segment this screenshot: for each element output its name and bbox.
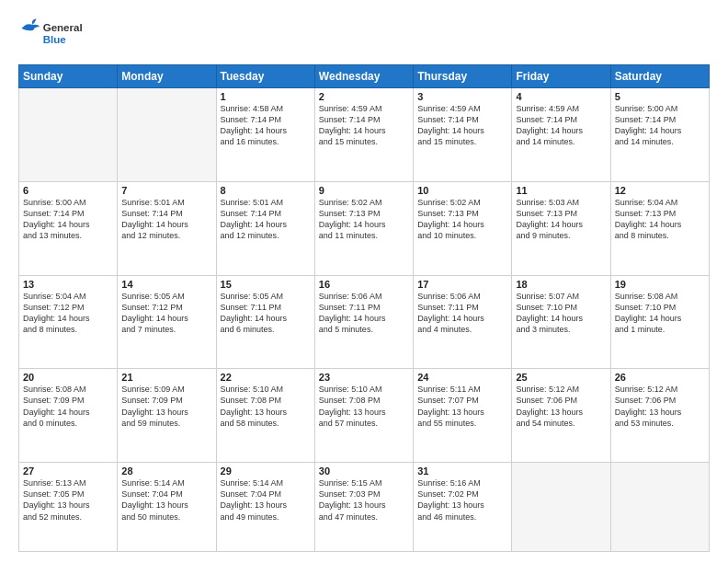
day-info: Sunrise: 5:12 AM Sunset: 7:06 PM Dayligh… (516, 384, 606, 429)
day-info: Sunrise: 5:01 AM Sunset: 7:14 PM Dayligh… (221, 197, 311, 242)
calendar-cell: 16Sunrise: 5:06 AM Sunset: 7:11 PM Dayli… (314, 275, 413, 369)
day-number: 13 (23, 279, 113, 290)
day-number: 3 (417, 91, 507, 102)
day-info: Sunrise: 5:14 AM Sunset: 7:04 PM Dayligh… (121, 477, 211, 523)
day-number: 19 (615, 279, 705, 290)
day-number: 23 (319, 372, 409, 383)
day-number: 15 (221, 279, 311, 290)
calendar-cell: 10Sunrise: 5:02 AM Sunset: 7:13 PM Dayli… (414, 181, 512, 275)
calendar-cell: 6Sunrise: 5:00 AM Sunset: 7:14 PM Daylig… (19, 181, 118, 275)
day-info: Sunrise: 4:58 AM Sunset: 7:14 PM Dayligh… (221, 103, 311, 148)
calendar-cell: 12Sunrise: 5:04 AM Sunset: 7:13 PM Dayli… (610, 181, 709, 275)
day-number: 14 (121, 279, 211, 290)
day-number: 21 (121, 372, 211, 383)
calendar-cell: 5Sunrise: 5:00 AM Sunset: 7:14 PM Daylig… (610, 88, 709, 182)
day-info: Sunrise: 5:00 AM Sunset: 7:14 PM Dayligh… (615, 103, 705, 148)
logo-svg: General Blue (18, 15, 92, 55)
day-info: Sunrise: 5:06 AM Sunset: 7:11 PM Dayligh… (319, 291, 409, 336)
calendar-cell: 21Sunrise: 5:09 AM Sunset: 7:09 PM Dayli… (118, 369, 216, 463)
day-info: Sunrise: 5:10 AM Sunset: 7:08 PM Dayligh… (319, 384, 409, 429)
calendar-cell (118, 88, 216, 182)
day-number: 7 (121, 185, 211, 196)
calendar-cell: 31Sunrise: 5:16 AM Sunset: 7:02 PM Dayli… (414, 463, 512, 552)
calendar-cell: 24Sunrise: 5:11 AM Sunset: 7:07 PM Dayli… (414, 369, 512, 463)
weekday-header-tuesday: Tuesday (216, 65, 314, 88)
calendar-cell: 15Sunrise: 5:05 AM Sunset: 7:11 PM Dayli… (216, 275, 314, 369)
calendar-cell: 14Sunrise: 5:05 AM Sunset: 7:12 PM Dayli… (118, 275, 216, 369)
week-row-4: 20Sunrise: 5:08 AM Sunset: 7:09 PM Dayli… (19, 369, 710, 463)
day-info: Sunrise: 5:02 AM Sunset: 7:13 PM Dayligh… (319, 197, 409, 242)
day-number: 11 (516, 185, 606, 196)
day-info: Sunrise: 5:05 AM Sunset: 7:11 PM Dayligh… (221, 291, 311, 336)
calendar-cell: 30Sunrise: 5:15 AM Sunset: 7:03 PM Dayli… (314, 463, 413, 552)
day-number: 1 (221, 91, 311, 102)
calendar-page: General Blue SundayMondayTuesdayWednesda… (0, 0, 728, 563)
day-info: Sunrise: 5:08 AM Sunset: 7:10 PM Dayligh… (615, 291, 705, 336)
week-row-1: 1Sunrise: 4:58 AM Sunset: 7:14 PM Daylig… (19, 88, 710, 182)
calendar-cell: 3Sunrise: 4:59 AM Sunset: 7:14 PM Daylig… (414, 88, 512, 182)
calendar-cell: 26Sunrise: 5:12 AM Sunset: 7:06 PM Dayli… (610, 369, 709, 463)
day-info: Sunrise: 5:05 AM Sunset: 7:12 PM Dayligh… (121, 291, 211, 336)
day-number: 9 (319, 185, 409, 196)
calendar-cell (19, 88, 118, 182)
calendar-table: SundayMondayTuesdayWednesdayThursdayFrid… (18, 64, 710, 552)
weekday-header-sunday: Sunday (19, 65, 118, 88)
calendar-cell: 1Sunrise: 4:58 AM Sunset: 7:14 PM Daylig… (216, 88, 314, 182)
calendar-cell: 4Sunrise: 4:59 AM Sunset: 7:14 PM Daylig… (512, 88, 610, 182)
day-number: 30 (319, 465, 409, 477)
calendar-cell: 11Sunrise: 5:03 AM Sunset: 7:13 PM Dayli… (512, 181, 610, 275)
calendar-cell: 29Sunrise: 5:14 AM Sunset: 7:04 PM Dayli… (216, 463, 314, 552)
weekday-header-row: SundayMondayTuesdayWednesdayThursdayFrid… (19, 65, 710, 88)
day-number: 10 (417, 185, 507, 196)
day-info: Sunrise: 5:03 AM Sunset: 7:13 PM Dayligh… (516, 197, 606, 242)
logo: General Blue (18, 15, 92, 55)
day-info: Sunrise: 5:09 AM Sunset: 7:09 PM Dayligh… (121, 384, 211, 429)
calendar-cell: 27Sunrise: 5:13 AM Sunset: 7:05 PM Dayli… (19, 463, 118, 552)
day-info: Sunrise: 5:06 AM Sunset: 7:11 PM Dayligh… (417, 291, 507, 336)
day-info: Sunrise: 5:01 AM Sunset: 7:14 PM Dayligh… (121, 197, 211, 242)
day-number: 20 (23, 372, 113, 383)
weekday-header-saturday: Saturday (610, 65, 709, 88)
weekday-header-thursday: Thursday (414, 65, 512, 88)
day-number: 18 (516, 279, 606, 290)
day-number: 24 (417, 372, 507, 383)
day-number: 6 (23, 185, 113, 196)
day-info: Sunrise: 5:00 AM Sunset: 7:14 PM Dayligh… (23, 197, 113, 242)
day-number: 8 (221, 185, 311, 196)
day-number: 22 (221, 372, 311, 383)
day-info: Sunrise: 5:07 AM Sunset: 7:10 PM Dayligh… (516, 291, 606, 336)
calendar-cell: 8Sunrise: 5:01 AM Sunset: 7:14 PM Daylig… (216, 181, 314, 275)
day-info: Sunrise: 5:11 AM Sunset: 7:07 PM Dayligh… (417, 384, 507, 429)
calendar-cell (610, 463, 709, 552)
calendar-cell: 7Sunrise: 5:01 AM Sunset: 7:14 PM Daylig… (118, 181, 216, 275)
calendar-cell: 13Sunrise: 5:04 AM Sunset: 7:12 PM Dayli… (19, 275, 118, 369)
calendar-cell: 17Sunrise: 5:06 AM Sunset: 7:11 PM Dayli… (414, 275, 512, 369)
week-row-3: 13Sunrise: 5:04 AM Sunset: 7:12 PM Dayli… (19, 275, 710, 369)
day-info: Sunrise: 5:14 AM Sunset: 7:04 PM Dayligh… (221, 477, 311, 523)
svg-text:General: General (43, 22, 83, 33)
calendar-cell: 19Sunrise: 5:08 AM Sunset: 7:10 PM Dayli… (610, 275, 709, 369)
calendar-cell: 28Sunrise: 5:14 AM Sunset: 7:04 PM Dayli… (118, 463, 216, 552)
calendar-cell: 20Sunrise: 5:08 AM Sunset: 7:09 PM Dayli… (19, 369, 118, 463)
day-number: 16 (319, 279, 409, 290)
calendar-cell (512, 463, 610, 552)
day-number: 27 (23, 465, 113, 477)
day-info: Sunrise: 5:04 AM Sunset: 7:13 PM Dayligh… (615, 197, 705, 242)
day-info: Sunrise: 5:10 AM Sunset: 7:08 PM Dayligh… (221, 384, 311, 429)
weekday-header-wednesday: Wednesday (314, 65, 413, 88)
day-info: Sunrise: 5:16 AM Sunset: 7:02 PM Dayligh… (417, 477, 507, 523)
day-number: 31 (417, 465, 507, 477)
day-number: 2 (319, 91, 409, 102)
day-number: 29 (221, 465, 311, 477)
calendar-cell: 18Sunrise: 5:07 AM Sunset: 7:10 PM Dayli… (512, 275, 610, 369)
day-info: Sunrise: 4:59 AM Sunset: 7:14 PM Dayligh… (516, 103, 606, 148)
day-info: Sunrise: 5:02 AM Sunset: 7:13 PM Dayligh… (417, 197, 507, 242)
day-number: 25 (516, 372, 606, 383)
svg-text:Blue: Blue (43, 34, 67, 45)
day-number: 26 (615, 372, 705, 383)
calendar-cell: 22Sunrise: 5:10 AM Sunset: 7:08 PM Dayli… (216, 369, 314, 463)
day-number: 4 (516, 91, 606, 102)
weekday-header-monday: Monday (118, 65, 216, 88)
header: General Blue (18, 15, 710, 55)
day-info: Sunrise: 5:15 AM Sunset: 7:03 PM Dayligh… (319, 477, 409, 523)
